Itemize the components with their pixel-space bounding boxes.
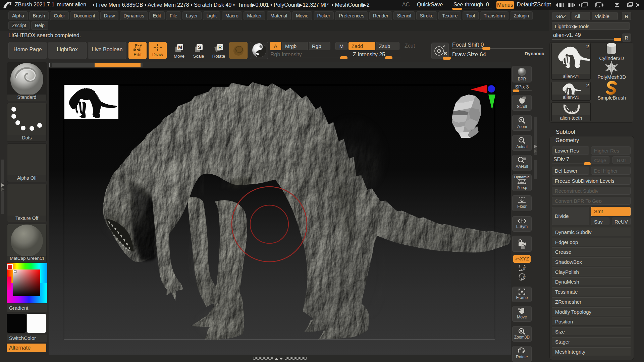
svg-text:R: R (218, 45, 222, 50)
svg-text:S: S (444, 51, 447, 56)
svg-text:S: S (198, 45, 201, 50)
svg-text:Z: Z (523, 276, 525, 280)
svg-text:M: M (178, 45, 182, 50)
svg-text:Y: Y (523, 266, 525, 270)
